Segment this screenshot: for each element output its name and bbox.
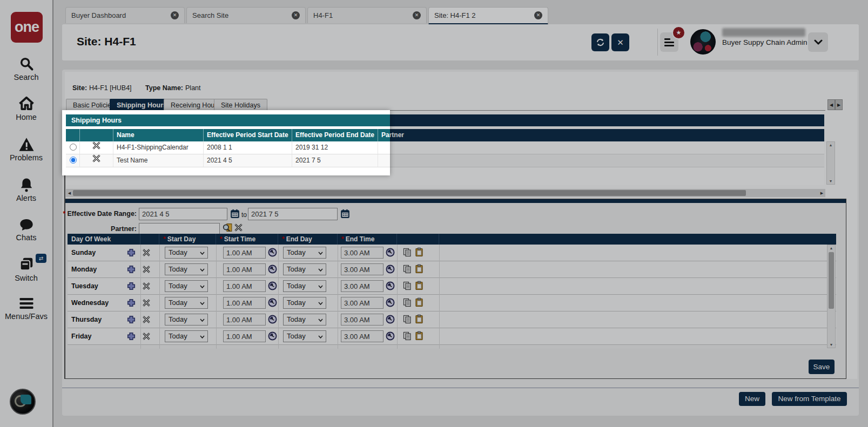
assistant-avatar[interactable]	[10, 389, 36, 415]
start-day-select[interactable]: Today	[165, 314, 208, 326]
clock-icon[interactable]	[386, 315, 395, 324]
close-tab-icon[interactable]: ✕	[292, 11, 300, 19]
sidebar-item-alerts[interactable]: Alerts	[0, 177, 52, 202]
shipping-table-vscrollbar[interactable]: ▲ ▼	[826, 141, 835, 185]
scroll-down-icon[interactable]: ▼	[827, 343, 835, 347]
table-row[interactable]: Test Name 2021 4 5 2021 7 5	[66, 154, 390, 167]
end-day-select[interactable]: Today	[283, 247, 326, 259]
delete-row-icon[interactable]	[143, 333, 150, 340]
add-row-icon[interactable]	[127, 299, 136, 307]
clock-icon[interactable]	[268, 248, 277, 257]
tab-site-holidays[interactable]: Site Holidays	[214, 99, 267, 111]
scroll-left-icon[interactable]: ◀	[66, 189, 73, 197]
start-time-input[interactable]	[223, 247, 266, 259]
paste-icon[interactable]	[415, 314, 423, 324]
add-row-icon[interactable]	[127, 248, 136, 257]
start-time-input[interactable]	[223, 330, 266, 342]
app-tab-h4-f1[interactable]: H4-F1 ✕	[307, 7, 427, 23]
calendar-icon[interactable]	[230, 209, 240, 219]
app-tab-buyer-dashboard[interactable]: Buyer Dashboard ✕	[65, 7, 185, 23]
end-day-select[interactable]: Today	[283, 330, 326, 342]
table-row[interactable]: H4-F1-ShippingCalendar 2008 1 1 2019 31 …	[66, 141, 390, 154]
one-logo[interactable]: one	[11, 12, 43, 43]
copy-icon[interactable]	[403, 298, 412, 307]
add-row-icon[interactable]	[127, 315, 136, 324]
start-day-select[interactable]: Today	[165, 280, 208, 292]
vscroll-thumb[interactable]	[829, 252, 834, 309]
clock-icon[interactable]	[268, 281, 277, 290]
close-tab-icon[interactable]: ✕	[171, 11, 179, 19]
clock-icon[interactable]	[386, 281, 395, 290]
start-time-input[interactable]	[223, 280, 266, 292]
copy-icon[interactable]	[403, 248, 412, 257]
app-tab-site-h4-f1-2[interactable]: Site: H4-F1 2 ✕	[428, 7, 548, 25]
delete-row-icon[interactable]	[92, 141, 100, 150]
clock-icon[interactable]	[386, 265, 395, 274]
tab-scroll-left-button[interactable]: ◀	[827, 99, 835, 110]
clock-icon[interactable]	[268, 298, 277, 307]
start-day-select[interactable]: Today	[165, 247, 208, 259]
new-from-template-button[interactable]: New from Template	[772, 392, 847, 406]
partner-lookup-icon[interactable]	[223, 223, 233, 232]
app-tab-search-site[interactable]: Search Site ✕	[186, 7, 306, 23]
add-row-icon[interactable]	[127, 265, 136, 274]
delete-row-icon[interactable]	[143, 282, 150, 290]
sidebar-item-problems[interactable]: Problems	[0, 137, 52, 162]
clock-icon[interactable]	[268, 315, 277, 324]
add-row-icon[interactable]	[127, 332, 136, 341]
sidebar-item-menus-favs[interactable]: Menus/Favs	[0, 296, 52, 321]
scroll-down-icon[interactable]: ▼	[827, 179, 835, 183]
start-time-input[interactable]	[223, 314, 266, 326]
user-avatar[interactable]	[690, 29, 716, 55]
close-page-button[interactable]: ✕	[611, 33, 629, 51]
sidebar-item-search[interactable]: Search	[0, 56, 52, 82]
scroll-up-icon[interactable]: ▲	[827, 246, 835, 250]
start-time-input[interactable]	[223, 263, 266, 275]
calendar-icon[interactable]	[340, 209, 350, 219]
clock-icon[interactable]	[386, 331, 395, 341]
end-day-select[interactable]: Today	[283, 314, 326, 326]
copy-icon[interactable]	[403, 315, 412, 324]
delete-row-icon[interactable]	[143, 266, 150, 273]
scroll-up-icon[interactable]: ▲	[827, 143, 835, 147]
add-row-icon[interactable]	[127, 282, 136, 290]
week-table-vscrollbar[interactable]: ▲ ▼	[827, 245, 836, 348]
copy-icon[interactable]	[403, 331, 412, 341]
paste-icon[interactable]	[415, 297, 423, 307]
copy-icon[interactable]	[403, 281, 412, 290]
clock-icon[interactable]	[386, 248, 395, 257]
user-menu-chevron-button[interactable]	[808, 32, 828, 52]
scroll-right-icon[interactable]: ▶	[818, 189, 825, 197]
end-day-select[interactable]: Today	[283, 297, 326, 309]
end-time-input[interactable]	[341, 297, 383, 309]
close-tab-icon[interactable]: ✕	[534, 11, 542, 19]
sidebar-item-chats[interactable]: Chats	[0, 218, 52, 242]
clear-partner-icon[interactable]	[234, 223, 243, 232]
shipping-table-hscrollbar[interactable]: ◀ ▶	[66, 189, 825, 197]
date-range-start-input[interactable]	[139, 208, 227, 220]
delete-row-icon[interactable]	[143, 316, 150, 323]
end-time-input[interactable]	[341, 247, 383, 259]
date-range-end-input[interactable]	[248, 208, 338, 220]
start-day-select[interactable]: Today	[165, 330, 208, 342]
clock-icon[interactable]	[386, 298, 395, 307]
start-day-select[interactable]: Today	[165, 263, 208, 275]
delete-row-icon[interactable]	[143, 249, 150, 256]
tab-scroll-right-button[interactable]: ▶	[835, 99, 843, 110]
close-tab-icon[interactable]: ✕	[413, 11, 421, 19]
row-radio[interactable]	[70, 144, 77, 151]
sidebar-item-switch[interactable]: ⇄ Switch	[0, 256, 52, 282]
paste-icon[interactable]	[415, 264, 423, 274]
start-day-select[interactable]: Today	[165, 297, 208, 309]
end-time-input[interactable]	[341, 263, 383, 275]
paste-icon[interactable]	[415, 331, 423, 341]
start-time-input[interactable]	[223, 297, 266, 309]
clock-icon[interactable]	[268, 331, 277, 341]
end-time-input[interactable]	[341, 314, 383, 326]
save-button[interactable]: Save	[809, 360, 835, 374]
end-day-select[interactable]: Today	[283, 280, 326, 292]
hscroll-thumb[interactable]	[73, 190, 746, 196]
delete-row-icon[interactable]	[92, 154, 100, 162]
refresh-button[interactable]	[591, 33, 609, 51]
new-button[interactable]: New	[739, 392, 765, 406]
